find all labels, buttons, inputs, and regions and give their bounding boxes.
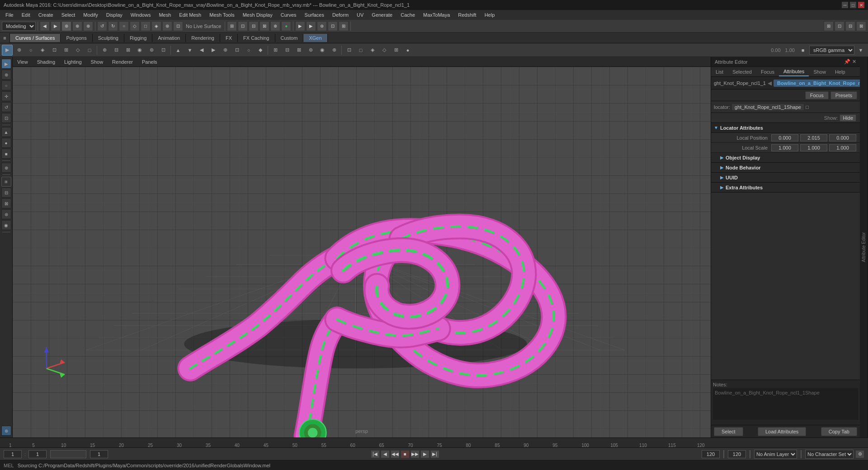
icon11[interactable]: ⊠ <box>123 45 133 56</box>
menu-item-edit-mesh[interactable]: Edit Mesh <box>175 11 205 19</box>
toolbar-btn-snap3[interactable]: ⊟ <box>249 21 259 31</box>
locator-attributes-header[interactable]: ▼ Locator Attributes <box>711 123 860 133</box>
icon2[interactable]: ⊕ <box>14 45 24 56</box>
colorspace-dropdown-icon[interactable]: ▼ <box>855 45 866 56</box>
local-scale-y[interactable] <box>800 144 827 151</box>
ae-tab-attributes[interactable]: Attributes <box>779 67 809 76</box>
vp-menu-lighting[interactable]: Lighting <box>61 58 85 66</box>
ae-tab-help[interactable]: Help <box>830 68 850 76</box>
local-scale-z[interactable] <box>829 144 856 151</box>
local-scale-x[interactable] <box>771 144 798 151</box>
toolbar-btn-render4[interactable]: ⊡ <box>328 21 338 31</box>
left-tool10[interactable]: ⊕ <box>1 163 11 173</box>
play-back-btn[interactable]: ◀◀ <box>391 450 400 458</box>
colorspace-select[interactable]: sRGB gamma <box>809 46 854 55</box>
icon34[interactable]: ● <box>402 45 413 56</box>
toolbar-btn-snap1[interactable]: ⊞ <box>227 21 237 31</box>
vp-menu-view[interactable]: View <box>14 58 31 66</box>
uuid-header[interactable]: ▶ UUID <box>711 173 860 183</box>
stop-btn[interactable]: ■ <box>401 450 410 458</box>
menu-item-uv[interactable]: UV <box>353 11 367 19</box>
icon33[interactable]: ⊞ <box>391 45 401 56</box>
left-tool13[interactable]: ⊠ <box>1 198 11 208</box>
icon12[interactable]: ◉ <box>134 45 145 56</box>
toolbar-btn-right4[interactable]: ⊠ <box>856 21 866 31</box>
toolbar-btn-right2[interactable]: ⊡ <box>835 21 844 31</box>
menu-item-redshift[interactable]: Redshift <box>454 11 480 19</box>
menu-item-edit[interactable]: Edit <box>18 11 34 19</box>
vp-menu-renderer[interactable]: Renderer <box>109 58 136 66</box>
menu-item-generate[interactable]: Generate <box>368 11 396 19</box>
icon18[interactable]: ▶ <box>208 45 219 56</box>
focus-btn[interactable]: Focus <box>805 91 829 99</box>
settings-btn[interactable]: ⚙ <box>855 450 864 458</box>
menu-item-mesh[interactable]: Mesh <box>155 11 175 19</box>
toolbar-btn-7[interactable]: ↻ <box>108 21 118 31</box>
left-tool11[interactable]: ⊞ <box>1 177 11 187</box>
toolbar-btn-11[interactable]: ◈ <box>151 21 161 31</box>
icon4[interactable]: ◈ <box>37 45 48 56</box>
minimize-btn[interactable]: ─ <box>842 2 848 8</box>
icon7[interactable]: ◇ <box>72 45 83 56</box>
left-paint-btn[interactable]: ○ <box>1 80 11 90</box>
anim-layer-select[interactable]: No Anim Layer <box>754 450 797 459</box>
mode-tab-curves---surfaces[interactable]: Curves / Surfaces <box>10 34 61 42</box>
icon25[interactable]: ⊠ <box>293 45 304 56</box>
mode-tab-fx-caching[interactable]: FX Caching <box>238 34 275 42</box>
vp-menu-shading[interactable]: Shading <box>34 58 58 66</box>
maximize-btn[interactable]: □ <box>850 2 856 8</box>
icon13[interactable]: ⊛ <box>146 45 157 56</box>
left-bottom-btn[interactable]: ⊕ <box>1 426 11 436</box>
menu-item-mesh-display[interactable]: Mesh Display <box>239 11 276 19</box>
icon22[interactable]: ◆ <box>255 45 266 56</box>
icon5[interactable]: ⊡ <box>49 45 60 56</box>
toolbar-btn-render5[interactable]: ⊞ <box>339 21 349 31</box>
toolbar-btn-snap4[interactable]: ⊠ <box>259 21 269 31</box>
mode-tab-custom[interactable]: Custom <box>275 34 304 42</box>
menu-item-cache[interactable]: Cache <box>397 11 419 19</box>
timeline-ruler[interactable]: 1510152025303540455055606570758085909510… <box>0 438 868 447</box>
mode-tab-sculpting[interactable]: Sculpting <box>93 34 124 42</box>
menu-item-display[interactable]: Display <box>103 11 126 19</box>
hide-btn[interactable]: Hide <box>840 114 856 122</box>
toolbar-btn-snap6[interactable]: ● <box>281 21 291 31</box>
toolbar-btn-render1[interactable]: ▶ <box>295 21 305 31</box>
mode-tab-toggle[interactable]: ≡ <box>0 33 10 43</box>
ae-tab-selected[interactable]: Selected <box>728 68 756 76</box>
toolbar-btn-13[interactable]: ⊡ <box>173 21 183 31</box>
icon16[interactable]: ▼ <box>184 45 195 56</box>
load-attributes-btn[interactable]: Load Attributes <box>758 427 806 436</box>
icon29[interactable]: ⊡ <box>344 45 354 56</box>
icon30[interactable]: □ <box>355 45 366 56</box>
icon6[interactable]: ⊞ <box>61 45 71 56</box>
menu-item-deform[interactable]: Deform <box>329 11 352 19</box>
icon31[interactable]: ◈ <box>367 45 378 56</box>
left-select-btn[interactable]: ▶ <box>1 59 11 69</box>
icon27[interactable]: ◉ <box>317 45 328 56</box>
icon32[interactable]: ◇ <box>379 45 390 56</box>
toolbar-btn-snap2[interactable]: ⊡ <box>238 21 248 31</box>
toolbar-btn-1[interactable]: ◀ <box>40 21 50 31</box>
next-key-btn[interactable]: ▶| <box>430 450 439 458</box>
left-tool8[interactable]: ● <box>1 138 11 148</box>
node-arrow-left[interactable]: ◀ <box>768 80 772 86</box>
start-frame-input[interactable] <box>28 450 47 458</box>
locator-icon[interactable]: □ <box>806 104 809 110</box>
object-display-header[interactable]: ▶ Object Display <box>711 153 860 163</box>
select-footer-btn[interactable]: Select <box>714 427 743 436</box>
left-tool15[interactable]: ◉ <box>1 220 11 230</box>
current-frame-input[interactable] <box>4 450 22 458</box>
menu-item-windows[interactable]: Windows <box>127 11 155 19</box>
prev-key-btn[interactable]: |◀ <box>371 450 380 458</box>
attr-editor-close[interactable]: ✕ <box>852 59 856 65</box>
mode-tab-fx[interactable]: FX <box>220 34 238 42</box>
icon19[interactable]: ⊕ <box>220 45 231 56</box>
frame-counter[interactable] <box>702 450 720 458</box>
left-move-btn[interactable]: ✛ <box>1 91 11 101</box>
canvas-area[interactable]: persp <box>13 67 711 437</box>
ae-tab-show[interactable]: Show <box>809 68 830 76</box>
vp-menu-panels[interactable]: Panels <box>139 58 160 66</box>
toolbar-btn-3[interactable]: ⊕ <box>61 21 71 31</box>
menu-item-select[interactable]: Select <box>58 11 79 19</box>
colorspace-icon[interactable]: ■ <box>797 45 808 56</box>
